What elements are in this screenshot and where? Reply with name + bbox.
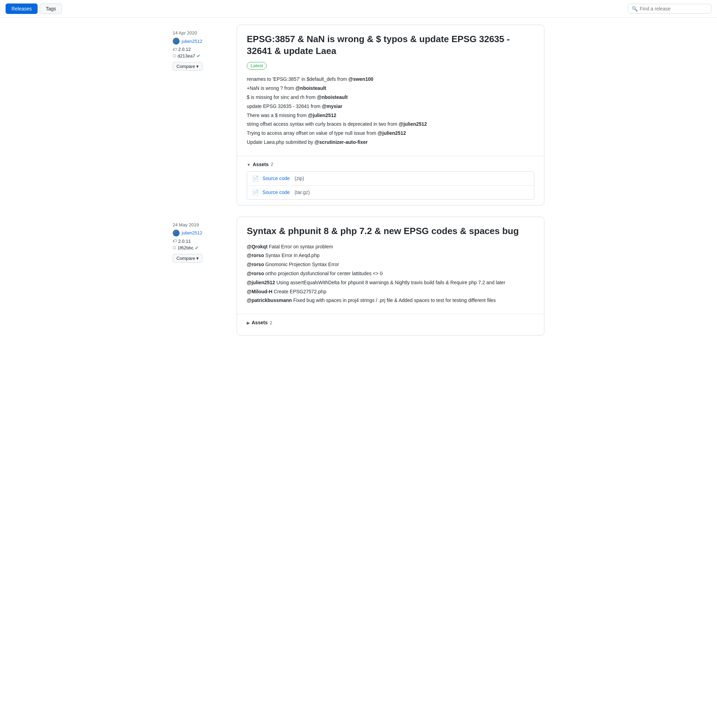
release-author: julien2512: [172, 229, 228, 237]
release-card-body: Syntax & phpunit 8 & php 7.2 & new EPSG …: [237, 217, 544, 314]
assets-section: Assets 2: [237, 314, 544, 335]
mention[interactable]: @julien2512: [308, 113, 336, 118]
release-tag: 🏷 2.0.12: [172, 47, 228, 52]
mention[interactable]: @scrutinizer-auto-fixer: [315, 139, 368, 145]
release-card: EPSG:3857 & NaN is wrong & $ typos & upd…: [237, 25, 545, 205]
mention[interactable]: @Qrokqt: [247, 244, 268, 249]
avatar: [172, 38, 180, 44]
note-text: +NaN is wrong ? from: [247, 85, 296, 91]
search-box: 🔍: [628, 4, 711, 14]
note-text: There was a $ missing from: [247, 113, 308, 118]
asset-name: Source code: [262, 176, 290, 181]
author-name[interactable]: julien2512: [182, 39, 202, 44]
note-text: renames to 'EPSG:3857' in $default_defs …: [247, 76, 348, 82]
mention[interactable]: @julien2512: [247, 280, 275, 285]
search-icon: 🔍: [632, 6, 638, 12]
tags-tab[interactable]: Tags: [40, 3, 62, 14]
tag-value: 2.0.11: [178, 239, 191, 244]
release-commit: ⬡ d213ea7 ✔: [172, 53, 228, 58]
release-row: 14 Apr 2020 julien2512 🏷 2.0.12 ⬡ d213ea…: [172, 25, 545, 205]
mention[interactable]: @patrickbussmann: [247, 297, 292, 303]
tag-value: 2.0.12: [178, 47, 191, 52]
nav-tabs: Releases Tags: [6, 3, 62, 14]
tag-icon: 🏷: [172, 47, 177, 52]
assets-section: Assets 2 📄 Source code (zip) 📄 Source co…: [237, 156, 544, 205]
release-notes: @Qrokqt Fatal Error on syntax problem @r…: [247, 243, 534, 305]
releases-tab[interactable]: Releases: [6, 3, 38, 14]
mention[interactable]: @julien2512: [378, 130, 406, 136]
asset-format: (zip): [293, 176, 304, 181]
release-card-body: EPSG:3857 & NaN is wrong & $ typos & upd…: [237, 25, 544, 156]
mention[interactable]: @nboisteault: [296, 85, 326, 91]
release-date: 24 May 2019: [172, 222, 228, 228]
commit-hash[interactable]: 1f62bbc: [177, 245, 194, 251]
asset-name: Source code: [262, 190, 290, 195]
release-date: 14 Apr 2020: [172, 30, 228, 35]
mention[interactable]: @swen100: [348, 76, 374, 82]
note-text: $ is missing for sinc and rh from: [247, 95, 317, 100]
assets-toggle[interactable]: Assets 2: [247, 320, 534, 325]
assets-count: 2: [270, 320, 272, 325]
file-icon: 📄: [252, 189, 259, 196]
verified-icon: ✔: [195, 245, 199, 251]
note-text: Fatal Error on syntax problem: [268, 244, 333, 249]
assets-count: 2: [271, 162, 273, 167]
verified-icon: ✔: [197, 53, 200, 58]
release-tag: 🏷 2.0.11: [172, 239, 228, 244]
note-text: string offset access syntax with curly b…: [247, 121, 398, 127]
assets-list: 📄 Source code (zip) 📄 Source code (tar.g…: [247, 171, 534, 200]
release-meta: 14 Apr 2020 julien2512 🏷 2.0.12 ⬡ d213ea…: [172, 25, 228, 205]
chevron-down-icon: ▾: [196, 64, 199, 69]
mention[interactable]: @mysiar: [322, 104, 342, 109]
release-title: EPSG:3857 & NaN is wrong & $ typos & upd…: [247, 34, 534, 70]
release-card: Syntax & phpunit 8 & php 7.2 & new EPSG …: [237, 217, 545, 335]
asset-item-targz[interactable]: 📄 Source code (tar.gz): [247, 186, 534, 199]
latest-badge: Latest: [247, 62, 267, 70]
release-row: 24 May 2019 julien2512 🏷 2.0.11 ⬡ 1f62bb…: [172, 217, 545, 335]
commit-icon: ⬡: [172, 54, 176, 58]
mention[interactable]: @rorso: [247, 262, 264, 267]
top-nav: Releases Tags 🔍: [0, 0, 717, 18]
release-title: Syntax & phpunit 8 & php 7.2 & new EPSG …: [247, 225, 534, 237]
asset-format: (tar.gz): [293, 190, 310, 195]
file-icon: 📄: [252, 175, 259, 182]
release-meta: 24 May 2019 julien2512 🏷 2.0.11 ⬡ 1f62bb…: [172, 217, 228, 335]
note-text: Create EPSG27572.php: [273, 289, 326, 294]
assets-label: Assets: [253, 162, 269, 167]
mention[interactable]: @nboisteault: [317, 95, 348, 100]
commit-hash[interactable]: d213ea7: [177, 53, 195, 58]
note-text: Update Laea.php submitted by: [247, 139, 315, 145]
release-author: julien2512: [172, 38, 228, 44]
avatar: [172, 229, 180, 237]
toggle-open-icon: [247, 162, 250, 167]
compare-button[interactable]: Compare ▾: [172, 254, 203, 263]
chevron-down-icon: ▾: [196, 256, 199, 261]
release-notes: renames to 'EPSG:3857' in $default_defs …: [247, 75, 534, 146]
toggle-closed-icon: [247, 320, 250, 325]
asset-item-zip[interactable]: 📄 Source code (zip): [247, 172, 534, 186]
note-text: Using assertEqualsWithDelta for phpunit …: [275, 280, 505, 285]
assets-toggle[interactable]: Assets 2: [247, 162, 534, 167]
note-text: update EPSG 32635 - 32641 from: [247, 104, 322, 109]
search-input[interactable]: [640, 6, 708, 12]
compare-button[interactable]: Compare ▾: [172, 62, 203, 71]
author-name[interactable]: julien2512: [182, 230, 202, 236]
note-text: ortho projection dysfunctional for cente…: [264, 271, 383, 276]
main-container: 14 Apr 2020 julien2512 🏷 2.0.12 ⬡ d213ea…: [167, 18, 550, 353]
mention[interactable]: @julien2512: [398, 121, 427, 127]
assets-label: Assets: [252, 320, 268, 325]
note-text: Fixed bug with spaces in proj4 strings /…: [292, 297, 496, 303]
commit-icon: ⬡: [172, 246, 176, 250]
mention[interactable]: @rorso: [247, 271, 264, 276]
tag-icon: 🏷: [172, 239, 177, 243]
release-commit: ⬡ 1f62bbc ✔: [172, 245, 228, 251]
mention[interactable]: @Miloud-H: [247, 289, 273, 294]
note-text: Trying to access array offset on value o…: [247, 130, 378, 136]
note-text: Gnomonic Projection Syntax Error: [264, 262, 339, 267]
note-text: Syntax Error in Aeqd.php: [264, 252, 319, 258]
mention[interactable]: @rorso: [247, 252, 264, 258]
